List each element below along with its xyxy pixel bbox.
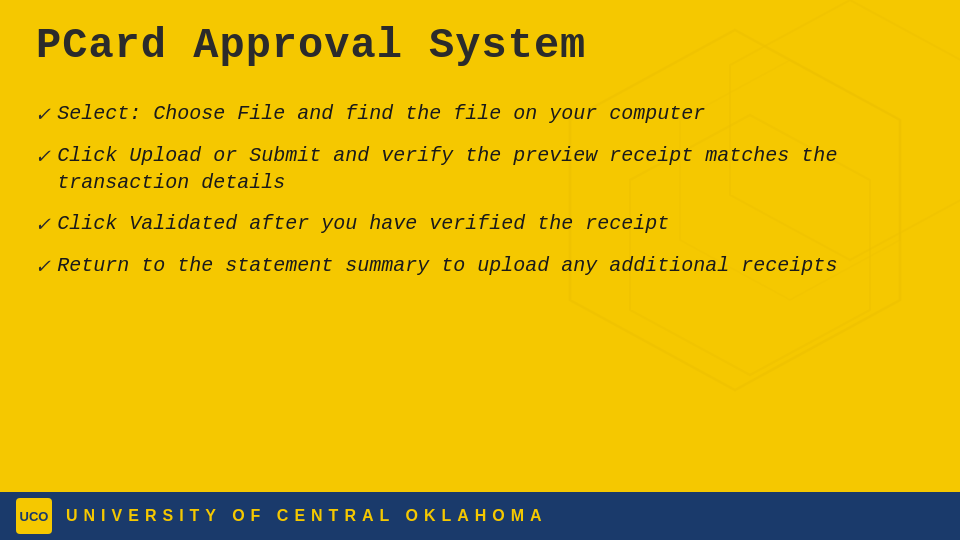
footer-bar: UCO UNIVERSITY OF CENTRAL OKLAHOMA [0, 492, 960, 540]
checkmark-icon: ✓ [36, 253, 49, 280]
bullet-text-4: Return to the statement summary to uploa… [57, 252, 837, 279]
list-item: ✓ Click Validated after you have verifie… [36, 210, 900, 238]
bullet-text-2: Click Upload or Submit and verify the pr… [57, 142, 900, 196]
list-item: ✓ Return to the statement summary to upl… [36, 252, 900, 280]
page-title: PCard Approval System [36, 22, 924, 70]
university-name: UNIVERSITY OF CENTRAL OKLAHOMA [66, 507, 548, 525]
slide: PCard Approval System ✓ Select: Choose F… [0, 0, 960, 540]
content-area: ✓ Select: Choose File and find the file … [36, 100, 900, 294]
checkmark-icon: ✓ [36, 143, 49, 170]
list-item: ✓ Select: Choose File and find the file … [36, 100, 900, 128]
bullet-text-1: Select: Choose File and find the file on… [57, 100, 705, 127]
checkmark-icon: ✓ [36, 101, 49, 128]
title-area: PCard Approval System [36, 22, 924, 70]
uco-logo: UCO [16, 498, 52, 534]
checkmark-icon: ✓ [36, 211, 49, 238]
list-item: ✓ Click Upload or Submit and verify the … [36, 142, 900, 196]
bullet-text-3: Click Validated after you have verified … [57, 210, 669, 237]
